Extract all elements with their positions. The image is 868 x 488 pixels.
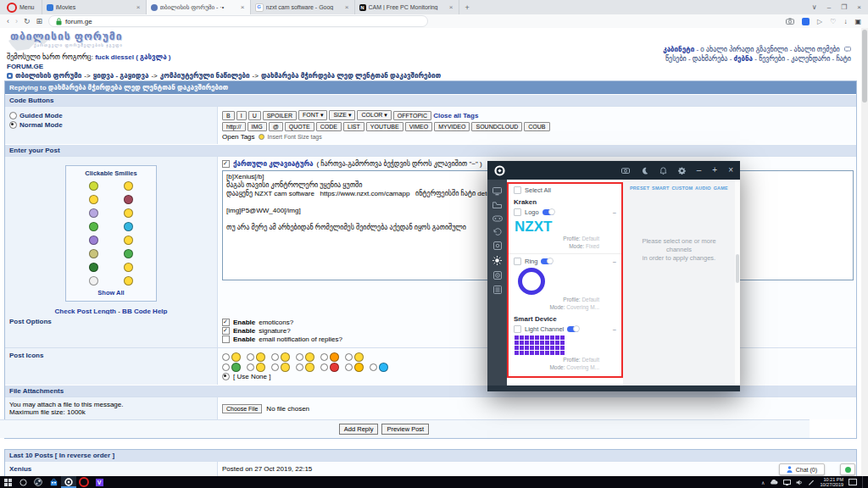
devices-folder-icon[interactable] [492,202,502,209]
tab-preset[interactable]: PRESET [630,186,649,191]
bb-italic-button[interactable]: I [236,111,247,120]
smiley-icon[interactable] [89,249,98,258]
collapse-dash-icon[interactable]: – [613,258,616,265]
tray-chevron-up-icon[interactable]: ∧ [761,480,765,485]
tab-forum-active[interactable]: თბილისის ფორუმი - ·• × [147,0,251,14]
speed-dial-icon[interactable]: ⊞ [36,17,43,25]
radio-icon[interactable] [9,121,17,129]
steam-taskbar-icon[interactable] [31,476,46,488]
checkbox-icon[interactable] [514,186,521,194]
post-icon-option[interactable] [296,363,314,372]
lighting-sun-icon[interactable] [492,256,502,265]
smiley-icon[interactable] [89,195,98,204]
volume-icon[interactable] [796,480,803,485]
page-scrollbar[interactable] [861,28,868,476]
post-icon-option[interactable] [296,352,314,362]
ring-toggle[interactable] [541,258,553,264]
send-icon[interactable]: ▷ [817,18,822,25]
tuning-gear-box-icon[interactable] [493,241,502,250]
cam-scrollbar-thumb[interactable] [736,254,739,283]
close-all-tags-link[interactable]: Close all Tags [433,112,478,119]
reload-icon[interactable]: ↻ [24,17,31,25]
post-icon-option[interactable] [320,352,339,362]
sidebar-panel-icon[interactable]: ▣ [854,18,861,25]
search-link[interactable]: ძებნა [734,55,753,63]
post-icon-option[interactable] [247,363,265,372]
tab-movies[interactable]: iMovies × [42,0,147,14]
bb-img-button[interactable]: IMG [248,122,267,131]
smiley-icon[interactable] [89,236,98,245]
bb-underline-button[interactable]: U [248,111,261,120]
action-center-icon[interactable] [849,479,857,485]
checkbox-icon[interactable] [514,208,521,216]
gamepad-icon[interactable] [492,215,503,222]
kraken-ring-channel-row[interactable]: Ring – [514,258,616,265]
bb-http-button[interactable]: http:// [222,122,246,131]
restore-button[interactable]: ❐ [841,3,847,11]
bb-soundcloud-button[interactable]: SOUNDCLOUD [471,122,522,131]
cam-close-button[interactable]: × [728,166,733,175]
message-bubble-icon[interactable] [844,47,851,53]
tab-close-icon[interactable]: × [448,3,454,11]
cam-scrollbar[interactable] [735,180,740,385]
tab-menu-icon[interactable]: ∨ [812,3,817,11]
smiley-icon[interactable] [89,208,98,218]
opera-taskbar-icon[interactable] [76,476,92,488]
breadcrumb-subforum[interactable]: კომპიუტერული ნაწილები [160,72,250,80]
bb-spoiler-button[interactable]: SPOILER [263,111,297,120]
tab-google-search[interactable]: G nzxt cam software - Goog × [251,0,355,14]
history-undo-icon[interactable] [493,228,502,236]
show-all-smilies-link[interactable]: Show All [97,289,124,297]
post-icon-option[interactable] [271,363,290,372]
snapshot-camera-icon[interactable] [786,18,794,25]
checkbox-icon[interactable] [222,319,230,326]
smiley-icon[interactable] [124,222,133,231]
bb-offtopic-button[interactable]: OFFTOPIC [393,111,431,120]
schedule-list-icon[interactable] [493,286,502,294]
back-icon[interactable]: ‹ [7,17,9,25]
chat-status-button[interactable] [840,463,855,475]
tab-close-icon[interactable]: × [344,3,350,11]
minimize-button[interactable]: – [827,3,831,11]
checkbox-icon[interactable] [514,258,521,265]
camera-capture-icon[interactable] [621,167,630,174]
pen-input-icon[interactable] [808,479,815,485]
forum-logo[interactable]: თბილისის ფორუმი ქართველი ფორუმელების ჯგუ… [10,30,171,47]
show-desktop-button[interactable] [862,476,866,488]
normal-mode-option[interactable]: Normal Mode [9,121,213,129]
checkbox-icon[interactable] [222,336,230,343]
nzxt-cam-taskbar-icon[interactable] [61,476,76,488]
tab-close-icon[interactable]: × [136,3,142,11]
tab-game[interactable]: GAME [714,186,728,191]
bb-font-select[interactable]: FONT ▾ [298,110,327,120]
smiley-icon[interactable] [89,263,98,272]
smiley-icon[interactable] [124,208,133,218]
members-calendar-chat-links[interactable]: - წევრები - კალენდარი - ჩატი [753,55,851,63]
extension-badge-icon[interactable] [802,18,810,25]
forward-icon[interactable]: › [15,17,18,25]
cortana-search-button[interactable] [15,476,31,488]
radio-icon[interactable] [9,112,17,119]
tab-audio[interactable]: AUDIO [695,186,711,191]
smiley-icon[interactable] [124,236,133,245]
preview-post-button[interactable]: Preview Post [381,424,429,435]
post-author[interactable]: Xenius [5,462,218,476]
bb-vimeo-button[interactable]: VIMEO [405,122,433,131]
bb-coub-button[interactable]: COUB [524,122,549,131]
post-icon-option[interactable] [345,352,364,362]
collapse-dash-icon[interactable]: – [613,325,616,333]
bb-code-button[interactable]: CODE [316,122,342,131]
smiley-icon[interactable] [124,263,133,272]
breadcrumb-topic[interactable]: დახმარება მჭირდება ლედ ლენტთან დაკავშირე… [261,72,441,80]
vegas-taskbar-icon[interactable]: V [92,476,107,488]
cam-expand-button[interactable]: + [712,166,717,175]
cam-title-bar[interactable]: – + × [487,161,740,180]
bb-size-select[interactable]: SIZE ▾ [329,110,355,120]
post-icon-option[interactable] [271,352,290,362]
logo-toggle[interactable] [542,209,554,215]
network-icon[interactable] [783,480,791,485]
bb-color-select[interactable]: COLOR ▾ [357,110,391,120]
bb-youtube-button[interactable]: YOUTUBE [366,122,403,131]
post-icon-option[interactable] [247,352,265,362]
smiley-icon[interactable] [124,249,133,258]
